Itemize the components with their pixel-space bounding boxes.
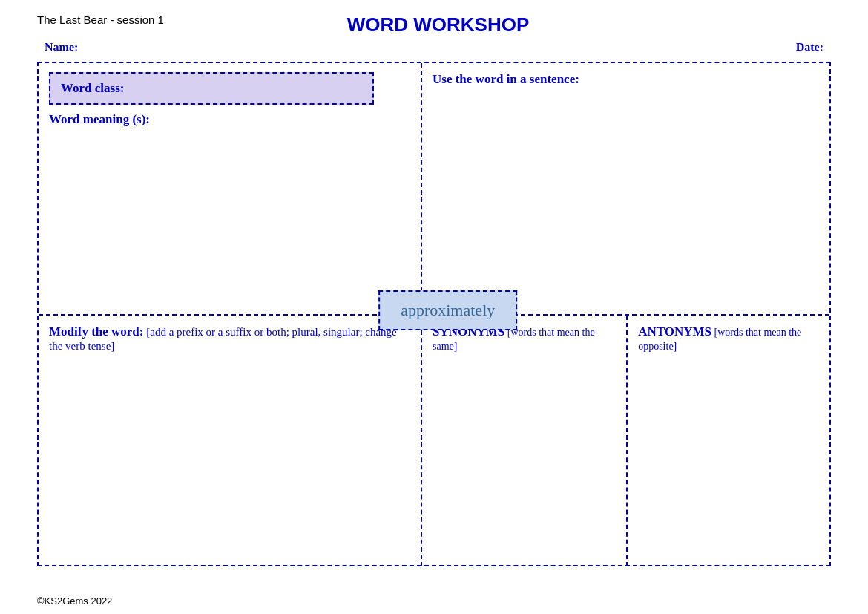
antonyms-label: ANTONYMS [words that mean the opposite]	[638, 324, 819, 353]
modify-label: Modify the word: [add a prefix or a suff…	[49, 324, 410, 353]
bottom-section: Modify the word: [add a prefix or a suff…	[39, 316, 829, 566]
modify-section: Modify the word: [add a prefix or a suff…	[39, 316, 422, 566]
main-outer-box: Word class: Word meaning (s): Use the wo…	[37, 62, 831, 566]
use-sentence-label: Use the word in a sentence:	[433, 72, 819, 87]
antonyms-section: ANTONYMS [words that mean the opposite]	[628, 316, 829, 566]
word-class-label: Word class:	[61, 81, 124, 95]
word-class-box: Word class:	[49, 72, 374, 105]
antonyms-bold-label: ANTONYMS	[638, 324, 711, 339]
date-label: Date:	[796, 41, 823, 54]
footer-copyright: ©KS2Gems 2022	[37, 595, 112, 607]
word-meaning-label: Word meaning (s):	[49, 112, 410, 127]
top-section: Word class: Word meaning (s): Use the wo…	[39, 63, 829, 316]
page: The Last Bear - session 1 WORD WORKSHOP …	[0, 0, 868, 614]
session-label: The Last Bear - session 1	[37, 13, 164, 26]
page-title: WORD WORKSHOP	[164, 13, 712, 36]
name-date-row: Name: Date:	[37, 41, 831, 54]
name-label: Name:	[45, 41, 78, 54]
top-bar: The Last Bear - session 1 WORD WORKSHOP	[37, 13, 831, 36]
synonyms-section: SYNONYMS [words that mean the same]	[422, 316, 628, 566]
right-top-panel: Use the word in a sentence:	[422, 63, 829, 314]
modify-bold-label: Modify the word:	[49, 324, 143, 339]
left-top-panel: Word class: Word meaning (s):	[39, 63, 422, 314]
word-bubble: approximately	[378, 290, 517, 330]
